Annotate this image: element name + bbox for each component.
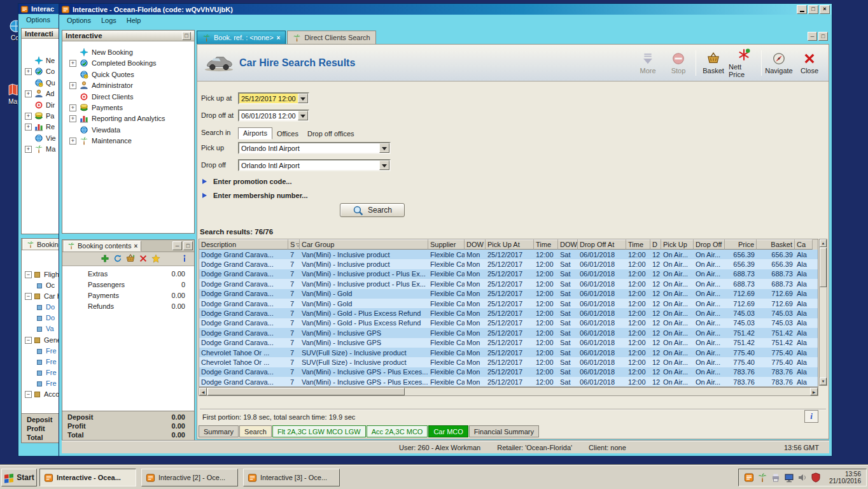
area-minimize-button[interactable] <box>808 32 817 41</box>
column-header-ca-15[interactable]: Ca <box>795 239 813 250</box>
minimize-button[interactable] <box>797 5 807 14</box>
tree-item-direct-clients[interactable]: Direct Clients <box>62 92 194 103</box>
column-header-description-0[interactable]: Description <box>199 239 288 250</box>
nett-price-button[interactable]: Nett Price <box>729 47 759 79</box>
column-header-d-10[interactable]: D <box>650 239 661 250</box>
expand-plus-icon[interactable]: + <box>69 138 76 145</box>
bottom-tab-summary[interactable]: Summary <box>199 425 239 437</box>
dropoff-at-value[interactable]: 06/01/2018 12:00 <box>239 111 298 120</box>
area-restore-button[interactable] <box>818 32 828 41</box>
bottom-tab-car-mco[interactable]: Car MCO <box>428 425 468 437</box>
start-button[interactable]: Start <box>1 469 37 486</box>
column-header-car-group-2[interactable]: Car Group <box>300 239 428 250</box>
search-in-dropoff-offices[interactable]: Drop off offices <box>303 129 359 139</box>
more-button[interactable]: More <box>633 47 663 79</box>
booking-contents-row[interactable]: Passengers0 <box>62 281 194 292</box>
search-in-offices[interactable]: Offices <box>272 129 303 139</box>
tree-item-quick-quotes[interactable]: Quick Quotes <box>62 69 194 80</box>
search-in-airports[interactable]: Airports <box>238 127 272 139</box>
column-header-drop-off-at-8[interactable]: Drop Off At <box>578 239 626 250</box>
table-row[interactable]: Dodge Grand Carava...7Van(Mini) - Inclus… <box>199 250 818 259</box>
menu-logs[interactable]: Logs <box>96 16 122 25</box>
collapse-minus-icon[interactable]: − <box>25 293 32 300</box>
close-window-button[interactable] <box>820 5 830 14</box>
table-row[interactable]: Dodge Grand Carava...7Van(Mini) - Inclus… <box>199 367 818 377</box>
dropoff-combo[interactable]: Orlando Intl Airport <box>238 159 391 171</box>
collapse-minus-icon[interactable]: − <box>25 391 32 398</box>
table-row[interactable]: Chevrolet Tahoe Or ...7SUV(Full Size) - … <box>199 348 818 357</box>
info-button[interactable] <box>180 254 189 264</box>
pickup-at-combo[interactable]: 25/12/2017 12:00 <box>238 92 309 104</box>
menu-options[interactable]: Options <box>62 16 96 25</box>
tray-volume-icon[interactable] <box>797 472 808 483</box>
tray-palm-icon[interactable] <box>757 472 767 483</box>
column-header-price-13[interactable]: Price <box>725 239 757 250</box>
column-header-basket-14[interactable]: Basket <box>757 239 795 250</box>
expand-plus-icon[interactable]: + <box>69 60 76 67</box>
scroll-up-icon[interactable] <box>820 239 827 247</box>
scroll-down-icon[interactable] <box>820 378 827 385</box>
scroll-left-icon[interactable] <box>199 388 207 395</box>
close-tab-icon[interactable] <box>134 243 137 250</box>
stop-button[interactable]: Stop <box>663 47 694 79</box>
bottom-tab-search[interactable]: Search <box>239 425 272 437</box>
expand-plus-icon[interactable]: + <box>25 113 32 120</box>
booking-contents-row[interactable]: Extras0.00 <box>62 270 194 281</box>
expand-plus-icon[interactable]: + <box>25 124 32 131</box>
tray-app-icon[interactable] <box>744 472 754 483</box>
tree-item-maintenance[interactable]: +Maintenance <box>62 136 194 146</box>
search-button[interactable]: Search <box>340 203 405 217</box>
delete-button[interactable] <box>139 254 148 264</box>
dropdown-arrow-icon[interactable] <box>379 160 389 170</box>
pickup-value[interactable]: Orlando Intl Airport <box>239 143 379 153</box>
taskbar-button-3[interactable]: Interactive [3] - Oce... <box>243 469 340 486</box>
collapse-minus-icon[interactable]: − <box>25 271 32 278</box>
column-header-supplier-3[interactable]: Supplier <box>428 239 465 250</box>
collapse-minus-icon[interactable]: − <box>25 337 32 344</box>
dropdown-arrow-icon[interactable] <box>298 94 308 103</box>
close-tab-icon[interactable] <box>277 34 281 41</box>
column-header-pick-up-11[interactable]: Pick Up <box>661 239 694 250</box>
column-header-pick-up-at-5[interactable]: Pick Up At <box>486 239 534 250</box>
expand-plus-icon[interactable]: + <box>25 68 32 75</box>
column-header-s-1[interactable]: S▽ <box>288 239 300 250</box>
promotion-code-expander[interactable]: Enter promotion code... <box>202 178 291 185</box>
menu-help[interactable]: Help <box>122 16 146 25</box>
taskbar-button-2[interactable]: Interactive [2] - Oce... <box>141 469 238 486</box>
scrollbar-thumb[interactable] <box>820 248 827 287</box>
tree-item-completed-bookings[interactable]: +Completed Bookings <box>62 58 194 69</box>
close-button[interactable]: Close <box>794 47 825 79</box>
expand-plus-icon[interactable]: + <box>69 104 76 111</box>
bottom-tab-financial-summary[interactable]: Financial Summary <box>469 425 539 437</box>
dropoff-at-combo[interactable]: 06/01/2018 12:00 <box>238 110 309 122</box>
tree-item-viewdata[interactable]: Viewdata <box>62 125 194 136</box>
table-row[interactable]: Dodge Grand Carava...7Van(Mini) - Inclus… <box>199 259 818 269</box>
expand-plus-icon[interactable]: + <box>25 90 32 97</box>
main-window-titlebar[interactable]: Interactive - Ocean-Florida (code: wQvVh… <box>59 4 832 15</box>
tray-monitor-icon[interactable] <box>784 472 794 483</box>
tray-printer-icon[interactable] <box>771 472 781 483</box>
basket-button[interactable]: Basket <box>698 47 729 79</box>
table-row[interactable]: Dodge Grand Carava...7Van(Mini) - GoldFl… <box>199 289 818 299</box>
panel-minimize-button[interactable] <box>172 241 182 250</box>
expand-plus-icon[interactable]: + <box>25 146 32 153</box>
info-button[interactable]: i <box>804 410 818 423</box>
panel-restore-icon[interactable] <box>182 32 191 40</box>
navigate-button[interactable]: Navigate <box>764 47 794 79</box>
table-row[interactable]: Dodge Grand Carava...7Van(Mini) - Gold -… <box>199 318 818 328</box>
tree-item-reporting-and-analytics[interactable]: +Reporting and Analytics <box>62 113 194 124</box>
tab-direct-clients-search[interactable]: Direct Clients Search <box>287 31 375 44</box>
table-row[interactable]: Dodge Grand Carava...7Van(Mini) - Gold -… <box>199 308 818 318</box>
membership-number-expander[interactable]: Enter membership number... <box>202 192 308 199</box>
highlight-button[interactable] <box>151 254 160 264</box>
table-row[interactable]: Dodge Grand Carava...7Van(Mini) - Inclus… <box>199 328 818 337</box>
pickup-combo[interactable]: Orlando Intl Airport <box>238 142 391 154</box>
tab-book-ref-none[interactable]: Book. ref. : <none> <box>197 31 286 44</box>
tree-item-administrator[interactable]: +Administrator <box>62 80 194 91</box>
menu-options[interactable]: Options <box>21 15 55 24</box>
panel-restore-button[interactable] <box>183 241 193 250</box>
booking-contents-tab[interactable]: Booking contents <box>64 241 141 252</box>
expand-plus-icon[interactable]: + <box>69 82 76 89</box>
column-header-time-6[interactable]: Time <box>534 239 558 250</box>
expand-plus-icon[interactable]: + <box>69 115 76 122</box>
